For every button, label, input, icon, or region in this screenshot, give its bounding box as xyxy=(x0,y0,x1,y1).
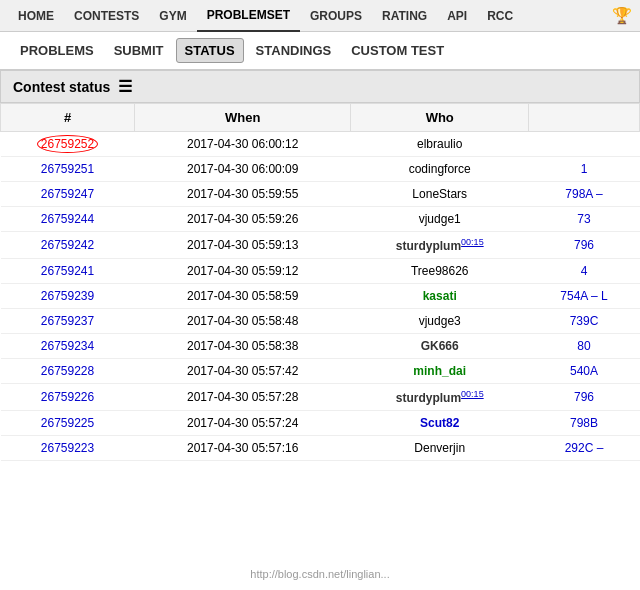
problem-link[interactable]: 739C xyxy=(570,314,599,328)
cell-problem: 73 xyxy=(529,207,640,232)
table-row: 267592412017-04-30 05:59:12Tree986264 xyxy=(1,259,640,284)
submission-id-link[interactable]: 26759239 xyxy=(41,289,94,303)
cell-when: 2017-04-30 05:58:38 xyxy=(135,334,351,359)
cell-who: kasati xyxy=(351,284,529,309)
submission-id-link[interactable]: 26759234 xyxy=(41,339,94,353)
status-table: # When Who 267592522017-04-30 06:00:12el… xyxy=(0,103,640,461)
cell-when: 2017-04-30 05:57:28 xyxy=(135,384,351,411)
table-row: 267592372017-04-30 05:58:48vjudge3739C xyxy=(1,309,640,334)
cell-problem: 739C xyxy=(529,309,640,334)
cell-who: Scut82 xyxy=(351,411,529,436)
cell-who: vjudge1 xyxy=(351,207,529,232)
cell-when: 2017-04-30 05:58:48 xyxy=(135,309,351,334)
cell-id: 26759247 xyxy=(1,182,135,207)
cell-when: 2017-04-30 05:59:55 xyxy=(135,182,351,207)
subnav-problems[interactable]: PROBLEMS xyxy=(12,39,102,62)
nav-rcc[interactable]: RCC xyxy=(477,0,523,32)
cell-id: 26759234 xyxy=(1,334,135,359)
cell-when: 2017-04-30 06:00:09 xyxy=(135,157,351,182)
cell-who: Denverjin xyxy=(351,436,529,461)
list-icon: ☰ xyxy=(118,77,132,96)
nav-contests[interactable]: CONTESTS xyxy=(64,0,149,32)
cell-who: GK666 xyxy=(351,334,529,359)
table-row: 267592342017-04-30 05:58:38GK66680 xyxy=(1,334,640,359)
submission-id-link[interactable]: 26759251 xyxy=(41,162,94,176)
submission-id-link[interactable]: 26759244 xyxy=(41,212,94,226)
subnav-status[interactable]: STATUS xyxy=(176,38,244,63)
top-navigation: HOME CONTESTS GYM PROBLEMSET GROUPS RATI… xyxy=(0,0,640,32)
cell-id: 26759252 xyxy=(1,132,135,157)
nav-home[interactable]: HOME xyxy=(8,0,64,32)
cell-when: 2017-04-30 05:59:26 xyxy=(135,207,351,232)
table-row: 267592522017-04-30 06:00:12elbraulio xyxy=(1,132,640,157)
problem-link[interactable]: 80 xyxy=(577,339,590,353)
subnav-standings[interactable]: STANDINGS xyxy=(248,39,340,62)
nav-rating[interactable]: RATING xyxy=(372,0,437,32)
cell-problem: 80 xyxy=(529,334,640,359)
problem-link[interactable]: 754A – L xyxy=(560,289,607,303)
cell-when: 2017-04-30 05:57:16 xyxy=(135,436,351,461)
who-name: Tree98626 xyxy=(411,264,469,278)
problem-link[interactable]: 798A – xyxy=(565,187,602,201)
cell-id: 26759237 xyxy=(1,309,135,334)
subnav-custom-test[interactable]: CUSTOM TEST xyxy=(343,39,452,62)
who-name: Denverjin xyxy=(414,441,465,455)
cell-id: 26759251 xyxy=(1,157,135,182)
cell-problem: 798B xyxy=(529,411,640,436)
submission-id-link[interactable]: 26759225 xyxy=(41,416,94,430)
time-note-link[interactable]: 00:15 xyxy=(461,237,484,247)
time-note-link[interactable]: 00:15 xyxy=(461,389,484,399)
problem-link[interactable]: 292C – xyxy=(565,441,604,455)
who-name: vjudge1 xyxy=(419,212,461,226)
table-row: 267592252017-04-30 05:57:24Scut82798B xyxy=(1,411,640,436)
cell-problem: 4 xyxy=(529,259,640,284)
cell-who: codingforce xyxy=(351,157,529,182)
submission-id-link[interactable]: 26759242 xyxy=(41,238,94,252)
who-name: sturdyplum xyxy=(396,239,461,253)
submission-id-link[interactable]: 26759228 xyxy=(41,364,94,378)
submission-id-link[interactable]: 26759223 xyxy=(41,441,94,455)
who-name: sturdyplum xyxy=(396,391,461,405)
who-name: GK666 xyxy=(421,339,459,353)
problem-link[interactable]: 796 xyxy=(574,238,594,252)
cell-problem: 796 xyxy=(529,384,640,411)
submission-id-link[interactable]: 26759247 xyxy=(41,187,94,201)
subnav-submit[interactable]: SUBMIT xyxy=(106,39,172,62)
submission-id-link[interactable]: 26759237 xyxy=(41,314,94,328)
col-header-id: # xyxy=(1,104,135,132)
cell-id: 26759242 xyxy=(1,232,135,259)
submission-id-link[interactable]: 26759252 xyxy=(37,135,98,153)
trophy-icon: 🏆 xyxy=(612,6,632,25)
nav-problemset[interactable]: PROBLEMSET xyxy=(197,0,300,32)
cell-who: sturdyplum00:15 xyxy=(351,232,529,259)
col-header-problem xyxy=(529,104,640,132)
problem-link[interactable]: 4 xyxy=(581,264,588,278)
cell-when: 2017-04-30 05:59:12 xyxy=(135,259,351,284)
table-row: 267592512017-04-30 06:00:09codingforce1 xyxy=(1,157,640,182)
cell-when: 2017-04-30 06:00:12 xyxy=(135,132,351,157)
nav-api[interactable]: API xyxy=(437,0,477,32)
table-row: 267592472017-04-30 05:59:55LoneStars798A… xyxy=(1,182,640,207)
contest-status-header: Contest status ☰ xyxy=(0,70,640,103)
table-header-row: # When Who xyxy=(1,104,640,132)
submission-id-link[interactable]: 26759241 xyxy=(41,264,94,278)
nav-gym[interactable]: GYM xyxy=(149,0,196,32)
who-name: LoneStars xyxy=(412,187,467,201)
problem-link[interactable]: 798B xyxy=(570,416,598,430)
problem-link[interactable]: 796 xyxy=(574,390,594,404)
cell-problem: 292C – xyxy=(529,436,640,461)
cell-problem: 540A xyxy=(529,359,640,384)
problem-link[interactable]: 1 xyxy=(581,162,588,176)
cell-when: 2017-04-30 05:57:24 xyxy=(135,411,351,436)
col-header-when: When xyxy=(135,104,351,132)
problem-link[interactable]: 540A xyxy=(570,364,598,378)
submission-id-link[interactable]: 26759226 xyxy=(41,390,94,404)
problem-link[interactable]: 73 xyxy=(577,212,590,226)
nav-groups[interactable]: GROUPS xyxy=(300,0,372,32)
table-row: 267592232017-04-30 05:57:16Denverjin292C… xyxy=(1,436,640,461)
cell-problem xyxy=(529,132,640,157)
who-name: kasati xyxy=(423,289,457,303)
cell-who: elbraulio xyxy=(351,132,529,157)
table-row: 267592392017-04-30 05:58:59kasati754A – … xyxy=(1,284,640,309)
cell-id: 26759228 xyxy=(1,359,135,384)
